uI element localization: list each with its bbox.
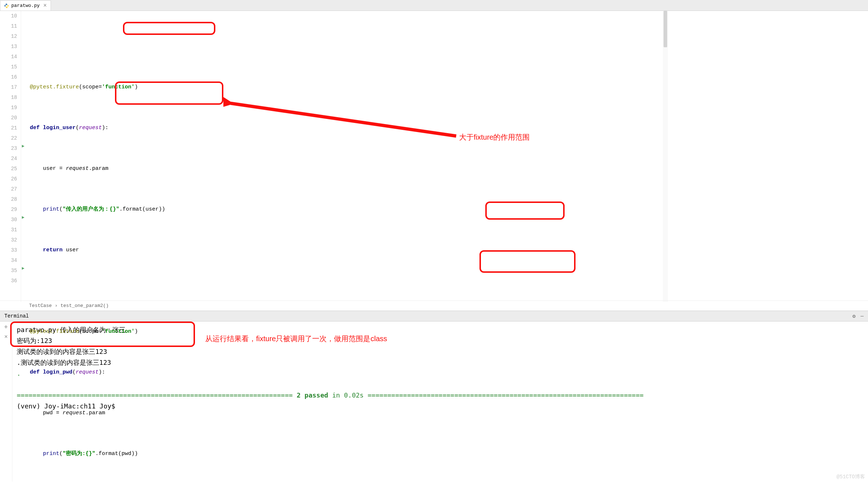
line-number: 11: [0, 21, 17, 31]
tab-bar: paratwo.py ×: [0, 0, 868, 11]
line-number: 29: [0, 204, 17, 215]
term-line: .: [17, 368, 864, 379]
annotation-text: 从运行结果看，fixture只被调用了一次，做用范围是class: [205, 333, 387, 344]
line-number: 27: [0, 184, 17, 194]
line-number: 30: [0, 215, 17, 225]
line-number: 21: [0, 123, 17, 133]
line-number: 23: [0, 143, 17, 153]
term-pass-line: ========================================…: [17, 390, 864, 401]
term-line: 测试类的读到的内容是张三123: [17, 346, 864, 357]
line-number: 31: [0, 225, 17, 235]
term-line: .测试类的读到的内容是张三123: [17, 357, 864, 368]
watermark: @51CTO博客: [837, 474, 865, 480]
scrollbar-thumb[interactable]: [664, 11, 667, 47]
breadcrumb-class[interactable]: TestCase: [29, 303, 52, 308]
add-session-icon[interactable]: +: [4, 324, 8, 331]
terminal-body: + × paratwo.py 传入的用户名为：张三 密码为:123 测试类的读到…: [0, 322, 868, 482]
line-number: 15: [0, 62, 17, 72]
line-number: 16: [0, 72, 17, 82]
line-number: 18: [0, 92, 17, 103]
line-number: 35: [0, 266, 17, 276]
line-number: 17: [0, 82, 17, 92]
vertical-scrollbar[interactable]: [663, 11, 668, 302]
terminal-gutter: + ×: [0, 322, 12, 482]
annotation-text: 大于fixture的作用范围: [459, 132, 530, 142]
close-tab-icon[interactable]: ×: [43, 3, 47, 9]
line-number: 19: [0, 103, 17, 113]
line-number: 13: [0, 41, 17, 52]
code-area[interactable]: @pytest.fixture(scope='function') def lo…: [21, 11, 868, 302]
line-number: 22: [0, 133, 17, 143]
breadcrumb-method[interactable]: test_one_param2(): [60, 303, 109, 308]
decorator: @pytest.fixture: [30, 84, 79, 90]
editor: 1011121314151617181920212223242526272829…: [0, 11, 868, 302]
line-number: 28: [0, 194, 17, 204]
tab-filename: paratwo.py: [11, 3, 40, 8]
line-number: 25: [0, 164, 17, 174]
line-number: 10: [0, 11, 17, 21]
line-gutter: 1011121314151617181920212223242526272829…: [0, 11, 21, 302]
line-number: 26: [0, 174, 17, 184]
run-marker[interactable]: ▶: [22, 266, 24, 271]
line-number: 12: [0, 31, 17, 41]
line-number: 36: [0, 276, 17, 286]
minimize-icon[interactable]: —: [861, 313, 864, 319]
file-tab[interactable]: paratwo.py ×: [0, 0, 51, 11]
run-marker[interactable]: ▶: [22, 215, 24, 220]
terminal-header: Terminal ⚙ —: [0, 311, 868, 322]
line-number: 33: [0, 245, 17, 255]
terminal-content[interactable]: paratwo.py 传入的用户名为：张三 密码为:123 测试类的读到的内容是…: [12, 322, 868, 482]
terminal-title[interactable]: Terminal: [4, 313, 29, 319]
breadcrumb: TestCase › test_one_param2(): [0, 300, 868, 311]
line-number: 24: [0, 153, 17, 164]
term-line: paratwo.py 传入的用户名为：张三: [17, 324, 864, 335]
close-session-icon[interactable]: ×: [4, 334, 8, 340]
line-number: 34: [0, 255, 17, 266]
gear-icon[interactable]: ⚙: [852, 313, 855, 319]
chevron-icon: ›: [55, 303, 57, 308]
run-marker[interactable]: ▶: [22, 143, 24, 149]
term-prompt: (venv) Joy-iMac:ch11 Joy$: [17, 401, 864, 412]
line-number: 14: [0, 52, 17, 62]
line-number: 20: [0, 113, 17, 123]
term-line: 密码为:123: [17, 335, 864, 346]
decorator: @pytest.fixture: [30, 328, 79, 335]
line-number: 32: [0, 235, 17, 245]
python-file-icon: [4, 3, 9, 8]
